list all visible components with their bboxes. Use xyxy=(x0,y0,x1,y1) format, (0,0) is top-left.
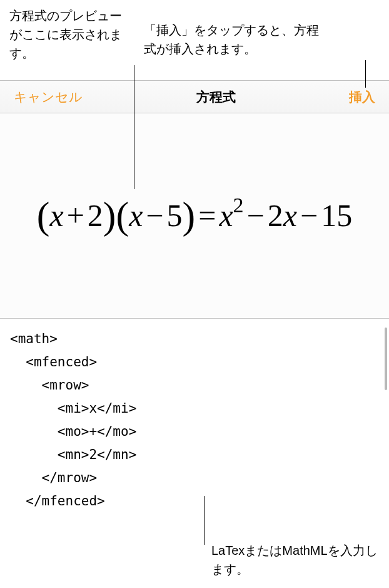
code-input-area[interactable]: <math> <mfenced> <mrow> <mi>x</mi> <mo>+… xyxy=(0,319,389,515)
scroll-indicator[interactable] xyxy=(385,328,387,390)
code-text[interactable]: <math> <mfenced> <mrow> <mi>x</mi> <mo>+… xyxy=(10,328,379,515)
equation-editor-window: キャンセル 方程式 挿入 (x+2)(x−5)=x2−2x−15 <math> … xyxy=(0,80,389,515)
callout-line-insert xyxy=(365,60,366,88)
header-bar: キャンセル 方程式 挿入 xyxy=(0,80,389,113)
header-title: 方程式 xyxy=(196,88,236,106)
insert-button[interactable]: 挿入 xyxy=(349,88,375,106)
callout-line-latex xyxy=(204,496,205,545)
annotation-latex-text: LaTexまたはMathMLを入力します。 xyxy=(211,541,386,579)
callout-line-preview xyxy=(134,65,134,189)
annotation-preview-text: 方程式のプレビューがここに表示されます。 xyxy=(9,6,122,63)
equation-preview: (x+2)(x−5)=x2−2x−15 xyxy=(33,193,356,238)
cancel-button[interactable]: キャンセル xyxy=(14,88,83,106)
equation-preview-area: (x+2)(x−5)=x2−2x−15 xyxy=(0,113,389,319)
annotation-insert-text: 「挿入」をタップすると、方程式が挿入されます。 xyxy=(144,21,319,58)
